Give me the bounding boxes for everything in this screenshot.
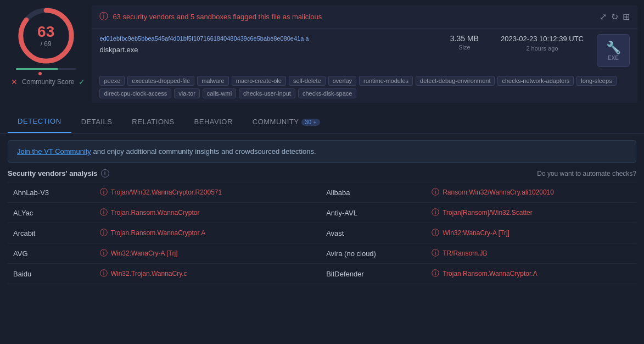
- qr-icon[interactable]: ⊞: [623, 12, 630, 22]
- threat-icon: ⓘ: [100, 208, 108, 218]
- tag[interactable]: malware: [197, 76, 229, 86]
- tab-behavior[interactable]: BEHAVIOR: [184, 111, 243, 132]
- threat-icon: ⓘ: [432, 228, 439, 238]
- table-row: ArcabitⓘTrojan.Ransom.WannaCryptor.AAvas…: [8, 223, 636, 243]
- tags-container: peexeexecutes-dropped-filemalwaremacro-c…: [92, 73, 637, 103]
- table-row: ALYacⓘTrojan.Ransom.WannaCryptorAntiy-AV…: [8, 203, 636, 223]
- table-row: AVGⓘWin32:WanaCry-A [Trj]Avira (no cloud…: [8, 243, 636, 264]
- threat-icon: ⓘ: [100, 248, 108, 258]
- threat-cell: ⓘTrojan.Ransom.WannaCryptor.A: [426, 264, 636, 284]
- tag[interactable]: overlay: [328, 76, 356, 86]
- refresh-icon[interactable]: ↻: [611, 12, 618, 22]
- threat-icon: ⓘ: [432, 208, 439, 218]
- vendor-name: Arcabit: [8, 223, 94, 243]
- tag[interactable]: checks-disk-space: [298, 88, 356, 98]
- vendors-table: AhnLab-V3ⓘTrojan/Win32.WannaCryptor.R200…: [8, 182, 636, 284]
- threat-name: Win32:WanaCry-A [Trj]: [443, 229, 509, 237]
- tag[interactable]: runtime-modules: [359, 76, 413, 86]
- vendor-name: AVG: [8, 243, 94, 264]
- tab-badge-community: 30 +: [301, 119, 320, 126]
- threat-cell: ⓘTrojan.Ransom.WannaCryptor: [94, 203, 304, 223]
- tag[interactable]: checks-network-adapters: [497, 76, 574, 86]
- threat-cell: ⓘTrojan.Ransom.WannaCryptor.A: [94, 223, 304, 243]
- file-size: 3.35 MB: [450, 34, 479, 43]
- threat-name: Trojan.Ransom.WannaCryptor: [111, 209, 200, 217]
- tab-relations[interactable]: RELATIONS: [122, 111, 184, 132]
- table-row: AhnLab-V3ⓘTrojan/Win32.WannaCryptor.R200…: [8, 182, 636, 203]
- tag[interactable]: long-sleeps: [576, 76, 616, 86]
- info-icon[interactable]: i: [101, 169, 109, 177]
- tag[interactable]: checks-user-input: [239, 88, 295, 98]
- threat-name: TR/Ransom.JB: [443, 249, 487, 257]
- threat-icon: ⓘ: [100, 187, 108, 197]
- vendor-name: Baidu: [8, 264, 94, 284]
- tag[interactable]: detect-debug-environment: [416, 76, 495, 86]
- file-size-label: Size: [450, 44, 479, 51]
- tag[interactable]: calls-wmi: [203, 88, 236, 98]
- threat-cell: ⓘTrojan[Ransom]/Win32.Scatter: [426, 203, 636, 223]
- file-date-sub: 2 hours ago: [501, 45, 584, 52]
- automate-link[interactable]: Do you want to automate checks?: [537, 170, 636, 177]
- tag[interactable]: direct-cpu-clock-access: [99, 88, 171, 98]
- threat-cell: ⓘTR/Ransom.JB: [426, 243, 636, 264]
- tab-details[interactable]: DETAILS: [71, 111, 122, 132]
- tag[interactable]: macro-create-ole: [232, 76, 286, 86]
- file-extension: EXE: [608, 55, 619, 61]
- threat-cell: ⓘWin32:WanaCry-A [Trj]: [94, 243, 304, 264]
- table-row: BaiduⓘWin32.Trojan.WannaCry.cBitDefender…: [8, 264, 636, 284]
- threat-name: Trojan/Win32.WannaCryptor.R200571: [111, 188, 222, 196]
- file-date: 2023-02-23 10:12:39 UTC: [501, 34, 584, 44]
- tag[interactable]: executes-dropped-file: [127, 76, 194, 86]
- score-value: 63: [37, 24, 54, 41]
- expand-icon[interactable]: ⤢: [600, 12, 607, 22]
- threat-icon: ⓘ: [432, 248, 439, 258]
- close-icon[interactable]: ✕: [11, 77, 18, 86]
- threat-icon: ⓘ: [100, 269, 108, 279]
- threat-icon: ⓘ: [432, 269, 439, 279]
- tab-detection[interactable]: DETECTION: [8, 110, 71, 133]
- join-community-link[interactable]: Join the VT Community: [17, 147, 91, 156]
- file-hash: ed01ebfbc9eb5bbea545af4d01bf5f1071661840…: [99, 34, 436, 43]
- community-score-label: Community Score: [22, 78, 74, 86]
- file-type-icon: 🔧 EXE: [597, 34, 630, 67]
- tag[interactable]: peexe: [99, 76, 125, 86]
- vendor-name: Avast: [304, 223, 426, 243]
- vendor-name: Alibaba: [304, 182, 426, 203]
- vendor-name: BitDefender: [304, 264, 426, 284]
- alert-icon: ⓘ: [99, 11, 108, 23]
- alert-bar: ⓘ 63 security vendors and 5 sandboxes fl…: [92, 5, 637, 29]
- community-banner-text: and enjoy additional community insights …: [91, 147, 316, 156]
- threat-name: Trojan.Ransom.WannaCryptor.A: [111, 229, 206, 237]
- check-icon[interactable]: ✓: [79, 77, 85, 86]
- vendor-name: ALYac: [8, 203, 94, 223]
- threat-cell: ⓘTrojan/Win32.WannaCryptor.R200571: [94, 182, 304, 203]
- vendor-name: Antiy-AVL: [304, 203, 426, 223]
- vendor-name: AhnLab-V3: [8, 182, 94, 203]
- vendor-name: Avira (no cloud): [304, 243, 426, 264]
- score-circle: 63 / 69: [16, 5, 76, 66]
- threat-name: Win32.Trojan.WannaCry.c: [111, 270, 187, 278]
- threat-name: Ransom:Win32/WannaCry.ali1020010: [443, 188, 554, 196]
- community-banner: Join the VT Community and enjoy addition…: [8, 140, 636, 163]
- threat-name: Trojan[Ransom]/Win32.Scatter: [443, 209, 533, 217]
- score-total: / 69: [37, 41, 54, 48]
- threat-name: Trojan.Ransom.WannaCryptor.A: [443, 270, 537, 278]
- community-progress-bar: [16, 68, 76, 70]
- tab-community[interactable]: COMMUNITY30 +: [243, 111, 330, 132]
- threat-cell: ⓘWin32.Trojan.WannaCry.c: [94, 264, 304, 284]
- file-icon-glyph: 🔧: [606, 41, 621, 55]
- threat-icon: ⓘ: [432, 187, 439, 197]
- threat-cell: ⓘRansom:Win32/WannaCry.ali1020010: [426, 182, 636, 203]
- threat-name: Win32:WanaCry-A [Trj]: [111, 249, 178, 257]
- tabs-bar: DETECTIONDETAILSRELATIONSBEHAVIORCOMMUNI…: [0, 110, 644, 134]
- alert-text: 63 security vendors and 5 sandboxes flag…: [113, 13, 322, 21]
- vendors-title-text: Security vendors' analysis: [8, 169, 98, 177]
- tag[interactable]: via-tor: [174, 88, 200, 98]
- threat-icon: ⓘ: [100, 228, 108, 238]
- tag[interactable]: self-delete: [289, 76, 326, 86]
- threat-cell: ⓘWin32:WanaCry-A [Trj]: [426, 223, 636, 243]
- file-name: diskpart.exe: [99, 46, 436, 54]
